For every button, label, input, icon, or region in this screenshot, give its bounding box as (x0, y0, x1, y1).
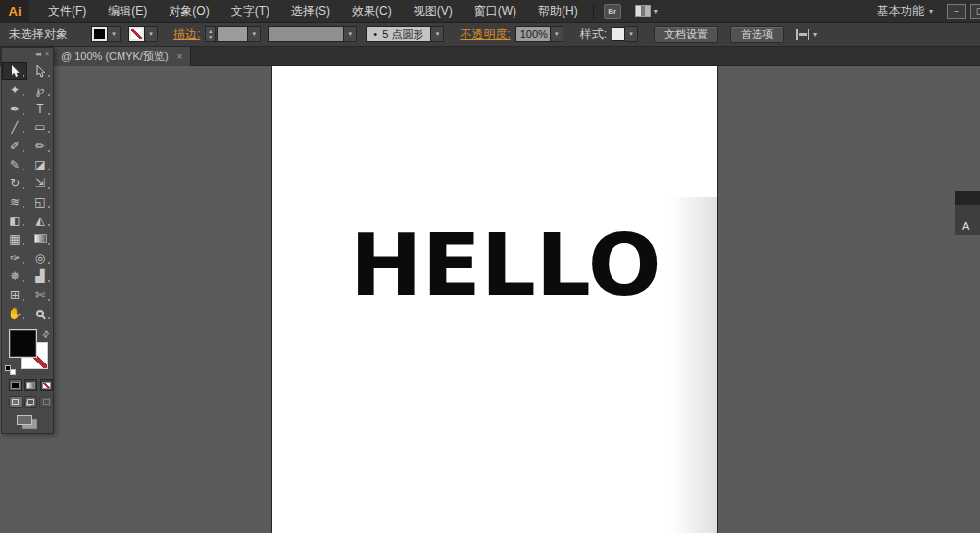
swap-fill-stroke-icon[interactable]: ⇄ (40, 328, 52, 340)
align-group[interactable]: ▾ (796, 29, 817, 40)
stroke-weight-group: ▾ (216, 26, 261, 42)
menu-item-5[interactable]: 效果(C) (341, 0, 403, 23)
zoom-tool[interactable] (27, 304, 53, 322)
illustrator-window: Ai 文件(F)编辑(E)对象(O)文字(T)选择(S)效果(C)视图(V)窗口… (0, 0, 980, 533)
draw-normal-button[interactable] (9, 396, 23, 408)
stroke-weight-dropdown[interactable]: ▾ (248, 26, 261, 42)
blend-tool[interactable]: ◎ (27, 248, 53, 266)
type-tool[interactable]: T (27, 99, 53, 118)
bridge-button[interactable]: Br (604, 4, 621, 19)
chevron-down-icon: ▾ (929, 7, 933, 16)
tools-panel: ◂◂ × ✦℘✒T╱▭✐✏✎◪↻⇲≋◱◧◭▦✑◎✵▟⊞✄✋ ⇄ (1, 47, 54, 434)
menu-bar: Ai 文件(F)编辑(E)对象(O)文字(T)选择(S)效果(C)视图(V)窗口… (0, 0, 980, 23)
main-menu: 文件(F)编辑(E)对象(O)文字(T)选择(S)效果(C)视图(V)窗口(W)… (37, 0, 589, 23)
screen-mode-button[interactable] (17, 415, 38, 429)
collapsed-panel-dock[interactable]: A (955, 191, 980, 235)
paintbrush-tool[interactable]: ✐ (2, 136, 27, 155)
collapsed-panel-header (956, 191, 980, 205)
menu-item-7[interactable]: 窗口(W) (464, 0, 527, 23)
line-segment-tool[interactable]: ╱ (2, 118, 27, 136)
brush-definition-field[interactable]: • 5 点圆形 (366, 26, 431, 42)
brush-bullet-icon: • (373, 28, 377, 40)
color-type-buttons (2, 375, 53, 391)
fill-color-swatch[interactable] (91, 26, 108, 42)
workspace-switcher[interactable]: 基本功能 ▾ (867, 3, 943, 20)
draw-normal-icon (12, 399, 19, 405)
menu-item-2[interactable]: 对象(O) (158, 0, 220, 23)
pen-tool[interactable]: ✒ (2, 99, 27, 118)
free-transform-tool[interactable]: ◱ (27, 192, 53, 211)
direct-selection-tool[interactable] (27, 62, 53, 80)
style-swatch[interactable] (612, 27, 625, 41)
stroke-panel-link[interactable]: 描边: (173, 26, 200, 43)
brush-definition-dropdown[interactable]: ▾ (431, 26, 444, 42)
gradient-button[interactable] (24, 379, 37, 391)
mesh-tool[interactable]: ▦ (2, 229, 27, 248)
app-logo: Ai (0, 0, 29, 23)
collapse-panel-icon[interactable]: ◂◂ (35, 50, 40, 58)
width-tool[interactable]: ≋ (2, 192, 27, 211)
style-dropdown[interactable]: ▾ (625, 26, 638, 42)
eraser-tool[interactable]: ◪ (27, 155, 53, 173)
column-graph-tool[interactable]: ▟ (27, 266, 53, 285)
opacity-field[interactable]: 100% (515, 26, 551, 42)
stroke-color-dropdown[interactable]: ▾ (145, 26, 158, 42)
hand-tool[interactable]: ✋ (2, 304, 27, 322)
gradient-tool[interactable] (27, 229, 53, 248)
lasso-tool[interactable]: ℘ (27, 80, 53, 99)
pencil-tool[interactable]: ✏ (27, 136, 53, 155)
eyedropper-tool[interactable]: ✑ (2, 248, 27, 266)
arrange-documents-button[interactable]: ▾ (635, 5, 658, 17)
document-tab-bar: @ 100% (CMYK/预览) × (0, 47, 980, 66)
color-button[interactable] (9, 379, 22, 391)
document-setup-button[interactable]: 文档设置 (654, 26, 718, 43)
symbol-sprayer-tool[interactable]: ✵ (2, 266, 27, 285)
collapsed-panel-tab[interactable]: A (956, 205, 980, 235)
artboard-text-object[interactable]: HELLO (350, 222, 662, 309)
rotate-tool[interactable]: ↻ (2, 173, 27, 192)
maximize-button[interactable]: ▢ (970, 4, 980, 19)
preferences-button[interactable]: 首选项 (730, 26, 784, 43)
slice-tool[interactable]: ✄ (27, 285, 53, 304)
menu-item-0[interactable]: 文件(F) (37, 0, 97, 23)
artboard-tool[interactable]: ⊞ (2, 285, 27, 304)
magic-wand-tool[interactable]: ✦ (2, 80, 27, 99)
stroke-color-swatch[interactable] (128, 26, 145, 42)
blob-brush-tool[interactable]: ✎ (2, 155, 27, 173)
fill-indicator-swatch[interactable] (9, 329, 37, 358)
none-button[interactable] (40, 379, 53, 391)
close-panel-icon[interactable]: × (45, 50, 49, 57)
minimize-button[interactable]: – (947, 4, 966, 19)
variable-width-profile-field[interactable] (268, 26, 344, 42)
rectangle-tool[interactable]: ▭ (27, 118, 53, 136)
pasteboard: HELLO A (0, 66, 980, 533)
menu-item-1[interactable]: 编辑(E) (97, 0, 158, 23)
variable-width-profile-dropdown[interactable]: ▾ (344, 26, 357, 42)
draw-inside-icon (43, 399, 50, 405)
menu-item-6[interactable]: 视图(V) (403, 0, 464, 23)
opacity-dropdown[interactable]: ▾ (551, 26, 564, 42)
fill-color-dropdown[interactable]: ▾ (108, 26, 121, 42)
stroke-weight-stepper[interactable]: ▲ ▼ (205, 26, 216, 42)
opacity-panel-link[interactable]: 不透明度: (460, 26, 510, 43)
stroke-weight-field[interactable] (217, 26, 248, 42)
draw-inside-button[interactable] (39, 396, 53, 408)
stroke-color-group: ▾ (121, 26, 158, 42)
draw-behind-button[interactable] (24, 396, 38, 408)
style-group: ▾ (607, 26, 638, 42)
document-tab[interactable]: @ 100% (CMYK/预览) × (53, 47, 191, 66)
selection-tool[interactable] (2, 62, 27, 80)
align-icon (796, 29, 809, 40)
menu-item-3[interactable]: 文字(T) (220, 0, 280, 23)
perspective-grid-tool[interactable]: ◭ (27, 211, 53, 229)
menu-item-4[interactable]: 选择(S) (280, 0, 341, 23)
chevron-down-icon: ▾ (149, 30, 153, 38)
chevron-down-icon: ▾ (253, 30, 257, 38)
menu-item-8[interactable]: 帮助(H) (527, 0, 589, 23)
fill-stroke-control: ⇄ (2, 327, 53, 375)
menu-divider (593, 4, 594, 19)
tab-close-icon[interactable]: × (177, 51, 183, 62)
default-fill-stroke-icon[interactable] (5, 365, 16, 375)
shape-builder-tool[interactable]: ◧ (2, 211, 27, 229)
scale-tool[interactable]: ⇲ (27, 173, 53, 192)
